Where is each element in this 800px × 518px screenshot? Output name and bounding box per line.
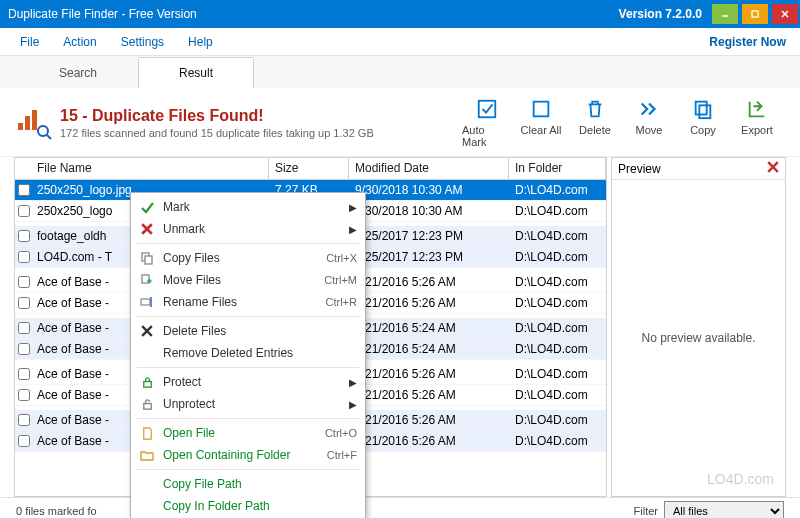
cm-copy-in-folder-path[interactable]: Copy In Folder Path xyxy=(133,495,363,517)
cell-folder: D:\LO4D.com xyxy=(509,183,606,197)
cell-modified: 4/21/2016 5:26 AM xyxy=(349,367,509,381)
cm-unprotect-label: Unprotect xyxy=(157,397,349,411)
cm-copy-in-folder-label: Copy In Folder Path xyxy=(157,499,357,513)
move-icon xyxy=(137,273,157,287)
cm-remove-deleted[interactable]: Remove Deleted Entries xyxy=(133,342,363,364)
move-button[interactable]: Move xyxy=(624,98,674,148)
cell-modified: 9/30/2018 10:30 AM xyxy=(349,183,509,197)
preview-title: Preview xyxy=(618,162,767,176)
menu-settings[interactable]: Settings xyxy=(109,31,176,53)
row-checkbox[interactable] xyxy=(18,251,30,263)
svg-line-5 xyxy=(47,135,51,139)
row-checkbox[interactable] xyxy=(18,276,30,288)
menu-bar: File Action Settings Help Register Now xyxy=(0,28,800,56)
cm-protect[interactable]: Protect ▶ xyxy=(133,371,363,393)
cell-modified: 4/21/2016 5:24 AM xyxy=(349,321,509,335)
cm-copy-file-path-label: Copy File Path xyxy=(157,477,357,491)
svg-rect-22 xyxy=(143,403,150,409)
delete-icon xyxy=(137,325,157,337)
cm-open-folder[interactable]: Open Containing Folder Ctrl+F xyxy=(133,444,363,466)
x-icon xyxy=(137,223,157,235)
app-logo-icon xyxy=(18,108,50,138)
delete-label: Delete xyxy=(579,124,611,136)
row-checkbox[interactable] xyxy=(18,389,30,401)
close-button[interactable] xyxy=(772,4,798,24)
col-modified[interactable]: Modified Date xyxy=(349,158,509,179)
cm-mark[interactable]: Mark ▶ xyxy=(133,196,363,218)
tab-result[interactable]: Result xyxy=(138,57,254,88)
cell-modified: 4/21/2016 5:24 AM xyxy=(349,342,509,356)
col-folder[interactable]: In Folder xyxy=(509,158,606,179)
cm-unmark[interactable]: Unmark ▶ xyxy=(133,218,363,240)
row-checkbox[interactable] xyxy=(18,414,30,426)
svg-point-4 xyxy=(38,126,48,136)
preview-panel: Preview No preview available. xyxy=(611,157,786,497)
submenu-arrow-icon: ▶ xyxy=(349,224,357,235)
col-filename[interactable]: File Name xyxy=(15,158,269,179)
delete-button[interactable]: Delete xyxy=(570,98,620,148)
export-button[interactable]: Export xyxy=(732,98,782,148)
clearall-label: Clear All xyxy=(521,124,562,136)
cell-folder: D:\LO4D.com xyxy=(509,342,606,356)
cell-modified: 4/21/2016 5:26 AM xyxy=(349,296,509,310)
cm-mark-label: Mark xyxy=(157,200,349,214)
cell-folder: D:\LO4D.com xyxy=(509,296,606,310)
tab-search[interactable]: Search xyxy=(18,57,138,88)
cm-unmark-label: Unmark xyxy=(157,222,349,236)
cm-delete-files-label: Delete Files xyxy=(157,324,357,338)
col-size[interactable]: Size xyxy=(269,158,349,179)
svg-rect-17 xyxy=(141,299,150,305)
cell-folder: D:\LO4D.com xyxy=(509,367,606,381)
automark-label: Auto Mark xyxy=(462,124,512,148)
submenu-arrow-icon: ▶ xyxy=(349,202,357,213)
copy-icon xyxy=(137,251,157,265)
context-menu: Mark ▶ Unmark ▶ Copy Files Ctrl+X Move F… xyxy=(130,192,366,518)
copy-button[interactable]: Copy xyxy=(678,98,728,148)
cell-modified: 4/21/2016 5:26 AM xyxy=(349,388,509,402)
cm-unprotect[interactable]: Unprotect ▶ xyxy=(133,393,363,415)
cell-modified: 4/21/2016 5:26 AM xyxy=(349,413,509,427)
cm-open-file[interactable]: Open File Ctrl+O xyxy=(133,422,363,444)
minimize-button[interactable] xyxy=(712,4,738,24)
cm-rename-files[interactable]: Rename Files Ctrl+R xyxy=(133,291,363,313)
result-subtitle: 172 files scanned and found 15 duplicate… xyxy=(60,127,374,139)
menu-help[interactable]: Help xyxy=(176,31,225,53)
menu-file[interactable]: File xyxy=(8,31,51,53)
preview-close-icon[interactable] xyxy=(767,161,779,176)
unlock-icon xyxy=(137,398,157,411)
clearall-button[interactable]: Clear All xyxy=(516,98,566,148)
result-title: 15 - Duplicate Files Found! xyxy=(60,107,374,125)
cm-copy-file-path[interactable]: Copy File Path xyxy=(133,473,363,495)
cell-modified: 4/21/2016 5:26 AM xyxy=(349,275,509,289)
check-icon xyxy=(137,200,157,214)
rename-icon xyxy=(137,295,157,309)
row-checkbox[interactable] xyxy=(18,322,30,334)
table-header: File Name Size Modified Date In Folder xyxy=(15,158,606,180)
register-link[interactable]: Register Now xyxy=(709,35,792,49)
row-checkbox[interactable] xyxy=(18,343,30,355)
row-checkbox[interactable] xyxy=(18,205,30,217)
app-title: Duplicate File Finder - Free Version xyxy=(8,7,619,21)
tab-bar: Search Result xyxy=(0,56,800,88)
row-checkbox[interactable] xyxy=(18,297,30,309)
row-checkbox[interactable] xyxy=(18,230,30,242)
menu-action[interactable]: Action xyxy=(51,31,108,53)
svg-rect-8 xyxy=(696,102,707,115)
automark-button[interactable]: Auto Mark xyxy=(462,98,512,148)
cm-shortcut: Ctrl+F xyxy=(319,449,357,461)
cm-move-files-label: Move Files xyxy=(157,273,316,287)
row-checkbox[interactable] xyxy=(18,184,30,196)
maximize-button[interactable] xyxy=(742,4,768,24)
filter-select[interactable]: All files xyxy=(664,501,784,519)
lock-icon xyxy=(137,376,157,389)
cell-folder: D:\LO4D.com xyxy=(509,250,606,264)
svg-rect-7 xyxy=(534,102,549,117)
filter-label: Filter xyxy=(634,505,658,517)
file-icon xyxy=(137,427,157,440)
result-toolbar: Auto Mark Clear All Delete Move Copy Exp… xyxy=(462,98,782,148)
row-checkbox[interactable] xyxy=(18,435,30,447)
cm-delete-files[interactable]: Delete Files xyxy=(133,320,363,342)
row-checkbox[interactable] xyxy=(18,368,30,380)
cm-copy-files[interactable]: Copy Files Ctrl+X xyxy=(133,247,363,269)
cm-move-files[interactable]: Move Files Ctrl+M xyxy=(133,269,363,291)
